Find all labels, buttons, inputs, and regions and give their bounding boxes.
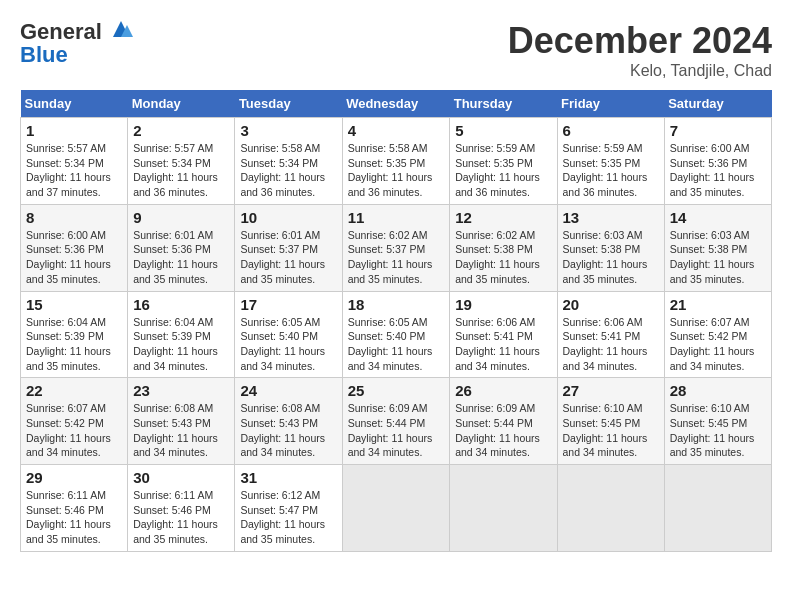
- calendar-cell: [664, 465, 771, 552]
- calendar-week-row: 15Sunrise: 6:04 AMSunset: 5:39 PMDayligh…: [21, 291, 772, 378]
- title-block: December 2024 Kelo, Tandjile, Chad: [508, 20, 772, 80]
- weekday-header-cell: Thursday: [450, 90, 557, 118]
- calendar-cell: 9Sunrise: 6:01 AMSunset: 5:36 PMDaylight…: [128, 204, 235, 291]
- logo: General Blue: [20, 20, 137, 67]
- day-number: 30: [133, 469, 229, 486]
- calendar-cell: 3Sunrise: 5:58 AMSunset: 5:34 PMDaylight…: [235, 118, 342, 205]
- cell-info: Sunrise: 5:59 AMSunset: 5:35 PMDaylight:…: [455, 141, 551, 200]
- cell-info: Sunrise: 6:05 AMSunset: 5:40 PMDaylight:…: [348, 315, 445, 374]
- day-number: 4: [348, 122, 445, 139]
- calendar-cell: 15Sunrise: 6:04 AMSunset: 5:39 PMDayligh…: [21, 291, 128, 378]
- weekday-header-cell: Saturday: [664, 90, 771, 118]
- cell-info: Sunrise: 6:03 AMSunset: 5:38 PMDaylight:…: [670, 228, 766, 287]
- page-header: General Blue December 2024 Kelo, Tandjil…: [20, 20, 772, 80]
- calendar-cell: 21Sunrise: 6:07 AMSunset: 5:42 PMDayligh…: [664, 291, 771, 378]
- calendar-cell: 26Sunrise: 6:09 AMSunset: 5:44 PMDayligh…: [450, 378, 557, 465]
- cell-info: Sunrise: 6:07 AMSunset: 5:42 PMDaylight:…: [26, 401, 122, 460]
- calendar-cell: 2Sunrise: 5:57 AMSunset: 5:34 PMDaylight…: [128, 118, 235, 205]
- calendar-cell: 28Sunrise: 6:10 AMSunset: 5:45 PMDayligh…: [664, 378, 771, 465]
- weekday-header-cell: Wednesday: [342, 90, 450, 118]
- day-number: 28: [670, 382, 766, 399]
- cell-info: Sunrise: 6:10 AMSunset: 5:45 PMDaylight:…: [670, 401, 766, 460]
- day-number: 20: [563, 296, 659, 313]
- calendar-cell: 19Sunrise: 6:06 AMSunset: 5:41 PMDayligh…: [450, 291, 557, 378]
- day-number: 26: [455, 382, 551, 399]
- day-number: 17: [240, 296, 336, 313]
- day-number: 23: [133, 382, 229, 399]
- cell-info: Sunrise: 6:10 AMSunset: 5:45 PMDaylight:…: [563, 401, 659, 460]
- day-number: 10: [240, 209, 336, 226]
- day-number: 5: [455, 122, 551, 139]
- cell-info: Sunrise: 6:01 AMSunset: 5:36 PMDaylight:…: [133, 228, 229, 287]
- calendar-cell: 7Sunrise: 6:00 AMSunset: 5:36 PMDaylight…: [664, 118, 771, 205]
- weekday-header-cell: Sunday: [21, 90, 128, 118]
- calendar-cell: 24Sunrise: 6:08 AMSunset: 5:43 PMDayligh…: [235, 378, 342, 465]
- calendar-cell: 30Sunrise: 6:11 AMSunset: 5:46 PMDayligh…: [128, 465, 235, 552]
- cell-info: Sunrise: 6:03 AMSunset: 5:38 PMDaylight:…: [563, 228, 659, 287]
- day-number: 8: [26, 209, 122, 226]
- location: Kelo, Tandjile, Chad: [508, 62, 772, 80]
- calendar-cell: [450, 465, 557, 552]
- calendar-cell: 10Sunrise: 6:01 AMSunset: 5:37 PMDayligh…: [235, 204, 342, 291]
- day-number: 29: [26, 469, 122, 486]
- day-number: 19: [455, 296, 551, 313]
- cell-info: Sunrise: 5:57 AMSunset: 5:34 PMDaylight:…: [133, 141, 229, 200]
- cell-info: Sunrise: 6:02 AMSunset: 5:38 PMDaylight:…: [455, 228, 551, 287]
- cell-info: Sunrise: 5:57 AMSunset: 5:34 PMDaylight:…: [26, 141, 122, 200]
- day-number: 16: [133, 296, 229, 313]
- weekday-header-row: SundayMondayTuesdayWednesdayThursdayFrid…: [21, 90, 772, 118]
- calendar-cell: 11Sunrise: 6:02 AMSunset: 5:37 PMDayligh…: [342, 204, 450, 291]
- day-number: 9: [133, 209, 229, 226]
- cell-info: Sunrise: 6:06 AMSunset: 5:41 PMDaylight:…: [563, 315, 659, 374]
- calendar-cell: 23Sunrise: 6:08 AMSunset: 5:43 PMDayligh…: [128, 378, 235, 465]
- calendar-body: 1Sunrise: 5:57 AMSunset: 5:34 PMDaylight…: [21, 118, 772, 552]
- calendar-cell: 6Sunrise: 5:59 AMSunset: 5:35 PMDaylight…: [557, 118, 664, 205]
- calendar-cell: [342, 465, 450, 552]
- day-number: 15: [26, 296, 122, 313]
- calendar-cell: 17Sunrise: 6:05 AMSunset: 5:40 PMDayligh…: [235, 291, 342, 378]
- day-number: 1: [26, 122, 122, 139]
- day-number: 13: [563, 209, 659, 226]
- calendar-cell: 31Sunrise: 6:12 AMSunset: 5:47 PMDayligh…: [235, 465, 342, 552]
- calendar-cell: 22Sunrise: 6:07 AMSunset: 5:42 PMDayligh…: [21, 378, 128, 465]
- day-number: 7: [670, 122, 766, 139]
- calendar-cell: 18Sunrise: 6:05 AMSunset: 5:40 PMDayligh…: [342, 291, 450, 378]
- day-number: 14: [670, 209, 766, 226]
- cell-info: Sunrise: 6:12 AMSunset: 5:47 PMDaylight:…: [240, 488, 336, 547]
- weekday-header-cell: Friday: [557, 90, 664, 118]
- cell-info: Sunrise: 6:09 AMSunset: 5:44 PMDaylight:…: [455, 401, 551, 460]
- calendar-cell: 16Sunrise: 6:04 AMSunset: 5:39 PMDayligh…: [128, 291, 235, 378]
- calendar-week-row: 8Sunrise: 6:00 AMSunset: 5:36 PMDaylight…: [21, 204, 772, 291]
- cell-info: Sunrise: 6:11 AMSunset: 5:46 PMDaylight:…: [133, 488, 229, 547]
- weekday-header-cell: Tuesday: [235, 90, 342, 118]
- day-number: 31: [240, 469, 336, 486]
- calendar-week-row: 22Sunrise: 6:07 AMSunset: 5:42 PMDayligh…: [21, 378, 772, 465]
- calendar-week-row: 1Sunrise: 5:57 AMSunset: 5:34 PMDaylight…: [21, 118, 772, 205]
- cell-info: Sunrise: 5:59 AMSunset: 5:35 PMDaylight:…: [563, 141, 659, 200]
- logo-blue: Blue: [20, 43, 137, 67]
- calendar-cell: 20Sunrise: 6:06 AMSunset: 5:41 PMDayligh…: [557, 291, 664, 378]
- calendar-cell: 27Sunrise: 6:10 AMSunset: 5:45 PMDayligh…: [557, 378, 664, 465]
- cell-info: Sunrise: 5:58 AMSunset: 5:35 PMDaylight:…: [348, 141, 445, 200]
- cell-info: Sunrise: 6:02 AMSunset: 5:37 PMDaylight:…: [348, 228, 445, 287]
- day-number: 6: [563, 122, 659, 139]
- day-number: 25: [348, 382, 445, 399]
- calendar-cell: 12Sunrise: 6:02 AMSunset: 5:38 PMDayligh…: [450, 204, 557, 291]
- calendar-cell: 5Sunrise: 5:59 AMSunset: 5:35 PMDaylight…: [450, 118, 557, 205]
- calendar-cell: 4Sunrise: 5:58 AMSunset: 5:35 PMDaylight…: [342, 118, 450, 205]
- calendar-cell: 14Sunrise: 6:03 AMSunset: 5:38 PMDayligh…: [664, 204, 771, 291]
- calendar-table: SundayMondayTuesdayWednesdayThursdayFrid…: [20, 90, 772, 552]
- day-number: 21: [670, 296, 766, 313]
- day-number: 11: [348, 209, 445, 226]
- day-number: 27: [563, 382, 659, 399]
- weekday-header-cell: Monday: [128, 90, 235, 118]
- day-number: 22: [26, 382, 122, 399]
- day-number: 18: [348, 296, 445, 313]
- calendar-cell: 8Sunrise: 6:00 AMSunset: 5:36 PMDaylight…: [21, 204, 128, 291]
- day-number: 3: [240, 122, 336, 139]
- cell-info: Sunrise: 6:00 AMSunset: 5:36 PMDaylight:…: [670, 141, 766, 200]
- month-title: December 2024: [508, 20, 772, 62]
- cell-info: Sunrise: 6:05 AMSunset: 5:40 PMDaylight:…: [240, 315, 336, 374]
- cell-info: Sunrise: 5:58 AMSunset: 5:34 PMDaylight:…: [240, 141, 336, 200]
- cell-info: Sunrise: 6:07 AMSunset: 5:42 PMDaylight:…: [670, 315, 766, 374]
